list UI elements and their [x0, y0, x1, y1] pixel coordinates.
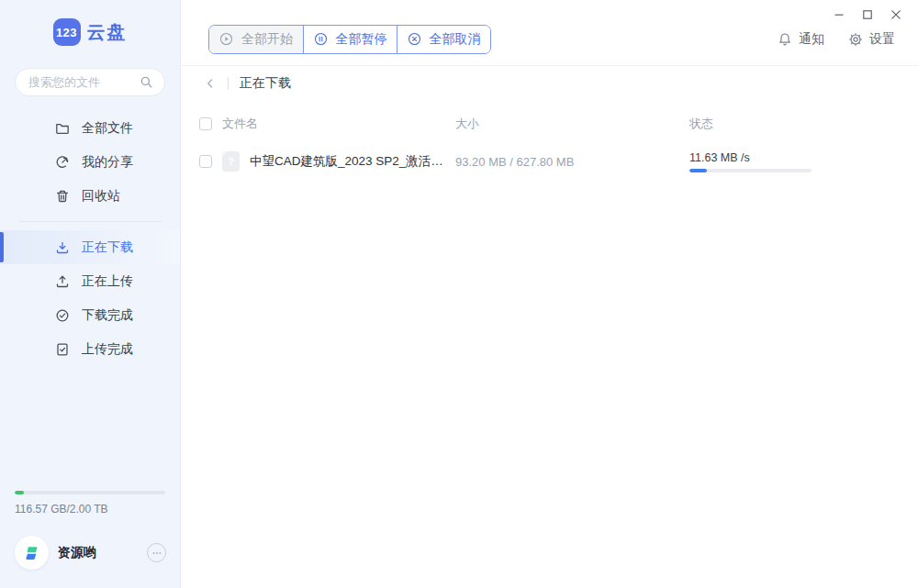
minimize-button[interactable]: [829, 6, 849, 23]
sidebar-item-label: 正在下载: [82, 239, 133, 256]
select-all-checkbox[interactable]: [199, 117, 212, 130]
main-area: 全部开始 全部暂停 全部取消: [181, 0, 918, 588]
storage-meter: 116.57 GB/2.00 TB: [0, 491, 180, 519]
ellipsis-icon: [151, 548, 162, 559]
settings-label: 设置: [869, 31, 895, 48]
sidebar-item-all-files[interactable]: 全部文件: [0, 111, 180, 145]
sidebar-nav: 全部文件 我的分享: [0, 111, 180, 366]
sidebar-item-downloading[interactable]: 正在下载: [0, 230, 180, 264]
close-button[interactable]: [886, 6, 906, 23]
trash-icon: [55, 189, 70, 204]
breadcrumb-divider: [228, 77, 229, 90]
sidebar-item-label: 正在上传: [82, 273, 133, 290]
search-icon[interactable]: [140, 75, 153, 89]
row-checkbox[interactable]: [199, 155, 212, 168]
sidebar-spacer: [0, 366, 180, 491]
sidebar-divider: [18, 221, 162, 222]
column-header-status: 状态: [689, 116, 900, 132]
back-button[interactable]: [204, 77, 217, 90]
maximize-icon: [862, 9, 873, 20]
header-right: 通知 设置: [778, 31, 895, 48]
cancel-circle-icon: [408, 32, 421, 46]
start-all-button[interactable]: 全部开始: [209, 26, 303, 53]
unknown-file-icon: ?: [222, 151, 240, 172]
pause-all-label: 全部暂停: [336, 31, 387, 48]
share-icon: [55, 155, 70, 170]
check-circle-icon: [55, 308, 70, 323]
sidebar-item-label: 我的分享: [82, 154, 133, 171]
downloads-table: 文件名 大小 状态 ? 中望CAD建筑版_2023 SP2_激活版.7z 93.…: [181, 101, 918, 180]
storage-bar-fill: [15, 491, 24, 494]
notifications-label: 通知: [799, 31, 824, 48]
file-size: 93.20 MB / 627.80 MB: [455, 155, 689, 169]
sidebar-item-upload-complete[interactable]: 上传完成: [0, 332, 180, 366]
avatar[interactable]: [15, 536, 49, 570]
search-box[interactable]: [15, 68, 165, 96]
cancel-all-button[interactable]: 全部取消: [397, 26, 490, 53]
sidebar-item-label: 全部文件: [82, 120, 133, 137]
maximize-button[interactable]: [857, 6, 878, 23]
close-icon: [890, 9, 901, 20]
toolbar-header: 全部开始 全部暂停 全部取消: [181, 0, 918, 66]
breadcrumb: 正在下载: [181, 66, 918, 101]
storage-usage-text: 116.57 GB/2.00 TB: [15, 503, 165, 516]
logo-badge-icon: 123: [53, 18, 81, 46]
column-header-size: 大小: [455, 116, 689, 132]
settings-button[interactable]: 设置: [848, 31, 895, 48]
play-circle-icon: [219, 32, 233, 46]
bell-icon: [778, 32, 792, 47]
gear-icon: [848, 32, 863, 47]
pause-circle-icon: [314, 32, 328, 46]
doc-check-icon: [55, 342, 70, 357]
storage-bar: [15, 491, 165, 494]
sidebar-item-uploading[interactable]: 正在上传: [0, 264, 180, 298]
cancel-all-label: 全部取消: [430, 31, 481, 48]
download-icon: [55, 240, 70, 255]
upload-icon: [55, 274, 70, 289]
app-logo: 123 云盘: [0, 0, 180, 59]
progress-bar-fill: [689, 169, 707, 172]
chevron-left-icon: [204, 77, 217, 90]
start-all-label: 全部开始: [241, 31, 293, 48]
page-title: 正在下载: [240, 75, 291, 92]
batch-action-group: 全部开始 全部暂停 全部取消: [208, 25, 491, 54]
user-row[interactable]: 资源哟: [0, 519, 180, 588]
file-name: 中望CAD建筑版_2023 SP2_激活版.7z: [250, 153, 455, 170]
notifications-button[interactable]: 通知: [778, 31, 824, 48]
minimize-icon: [834, 9, 845, 20]
pause-all-button[interactable]: 全部暂停: [303, 26, 397, 53]
avatar-logo-icon: [22, 543, 42, 563]
app-window: 123 云盘 全部文件: [0, 0, 918, 588]
file-status: 11.63 MB /s: [689, 151, 900, 172]
column-header-name: 文件名: [222, 116, 258, 132]
sidebar-item-my-shares[interactable]: 我的分享: [0, 145, 180, 179]
window-controls: [829, 6, 906, 23]
logo-text: 云盘: [87, 20, 128, 45]
search-input[interactable]: [28, 75, 140, 89]
user-more-button[interactable]: [147, 543, 166, 562]
sidebar-item-label: 回收站: [82, 188, 120, 205]
sidebar-item-recycle-bin[interactable]: 回收站: [0, 179, 180, 213]
progress-bar: [689, 169, 812, 172]
user-name: 资源哟: [58, 545, 138, 561]
table-row[interactable]: ? 中望CAD建筑版_2023 SP2_激活版.7z 93.20 MB / 62…: [199, 143, 900, 180]
sidebar-item-download-complete[interactable]: 下载完成: [0, 298, 180, 332]
sidebar-item-label: 上传完成: [82, 341, 133, 358]
table-header-row: 文件名 大小 状态: [199, 114, 900, 134]
sidebar: 123 云盘 全部文件: [0, 0, 181, 588]
sidebar-item-label: 下载完成: [82, 307, 133, 324]
download-speed: 11.63 MB /s: [689, 151, 900, 164]
folder-icon: [55, 121, 70, 136]
